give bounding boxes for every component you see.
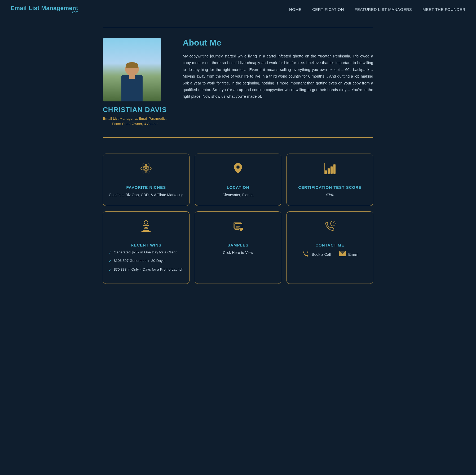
check-icon-1: ✓ (108, 250, 112, 256)
logo-text: Email List Management (11, 5, 78, 11)
svg-rect-17 (142, 231, 151, 232)
email-icon (339, 251, 346, 258)
wins-list: ✓ Generated $28k in One Day for a Client… (108, 250, 184, 273)
figure-torso (121, 75, 143, 101)
svg-text:•  •  •: • • • (332, 222, 334, 223)
nav-item-home[interactable]: HOME (289, 7, 302, 12)
chart-icon (292, 162, 368, 181)
main-content: CHRISTIAN DAVIS Email List Manager at Em… (92, 19, 384, 300)
profile-photo (103, 38, 161, 101)
logo-dot: .com (11, 11, 78, 14)
samples-icon (200, 219, 276, 239)
svg-rect-6 (328, 168, 330, 174)
location-value: Clearwater, Florida (200, 192, 276, 198)
top-divider (103, 27, 373, 27)
photo-figure (121, 62, 143, 101)
svg-point-4 (236, 165, 240, 169)
svg-rect-7 (330, 166, 333, 174)
cards-row-1: FAVORITE NICHES Coaches, Biz Opp, CBD, &… (103, 154, 373, 206)
profile-section: CHRISTIAN DAVIS Email List Manager at Em… (103, 38, 373, 127)
win-item-3: ✓ $70,338 in Only 4 Days for a Promo Lau… (108, 267, 184, 273)
figure-head (125, 62, 139, 76)
about-text: My copywriting journey started while liv… (183, 53, 373, 100)
niches-value: Coaches, Biz Opp, CBD, & Affiliate Marke… (108, 192, 184, 198)
svg-rect-5 (325, 170, 327, 174)
figure-hair (126, 62, 138, 68)
profile-title: Email List Manager at Email Paramedic,Ec… (103, 116, 167, 127)
card-samples[interactable]: SAMPLES Click Here to View (195, 211, 281, 284)
card-niches: FAVORITE NICHES Coaches, Biz Opp, CBD, &… (103, 154, 189, 206)
samples-cta[interactable]: Click Here to View (200, 250, 276, 256)
svg-point-27 (240, 228, 242, 231)
svg-point-11 (144, 221, 148, 224)
card-location: LOCATION Clearwater, Florida (195, 154, 281, 206)
profile-left: CHRISTIAN DAVIS Email List Manager at Em… (103, 38, 167, 127)
location-title: LOCATION (200, 185, 276, 190)
win-item-2: ✓ $106,597 Generated in 30 Days (108, 258, 184, 264)
nav-item-featured[interactable]: FEATURED LIST MANAGERS (355, 7, 412, 12)
logo[interactable]: Email List Management .com (11, 5, 78, 14)
bottom-divider (103, 137, 373, 138)
nav-links: HOME CERTIFICATION FEATURED LIST MANAGER… (289, 7, 465, 12)
atom-icon (108, 162, 184, 181)
phone-icon (302, 250, 310, 259)
contact-row: Book a Call Email (292, 250, 368, 259)
card-contact: • • • CONTACT ME Book a Call (287, 211, 373, 284)
niches-title: FAVORITE NICHES (108, 185, 184, 190)
profile-right: About Me My copywriting journey started … (183, 38, 373, 100)
about-heading: About Me (183, 38, 373, 48)
card-score: CERTIFICATION TEST SCORE 97% (287, 154, 373, 206)
svg-point-0 (145, 167, 147, 169)
check-icon-2: ✓ (108, 259, 112, 264)
contact-book-call[interactable]: Book a Call (302, 250, 331, 259)
check-icon-3: ✓ (108, 267, 112, 273)
nav-item-certification[interactable]: CERTIFICATION (312, 7, 344, 12)
profile-name: CHRISTIAN DAVIS (103, 106, 167, 114)
book-call-label: Book a Call (312, 252, 331, 257)
contact-title: CONTACT ME (292, 243, 368, 247)
card-wins: ★ RECENT WINS ✓ Generated $28k in One Da… (103, 211, 189, 284)
wins-title: RECENT WINS (108, 243, 184, 247)
nav-item-founder[interactable]: MEET THE FOUNDER (422, 7, 465, 12)
score-value: 97% (292, 192, 368, 198)
svg-rect-16 (143, 230, 149, 231)
location-icon (200, 162, 276, 181)
trophy-icon: ★ (108, 219, 184, 239)
navigation: Email List Management .com HOME CERTIFIC… (0, 0, 476, 19)
win-item-1: ✓ Generated $28k in One Day for a Client (108, 250, 184, 256)
cards-row-2: ★ RECENT WINS ✓ Generated $28k in One Da… (103, 211, 373, 284)
svg-rect-8 (333, 164, 336, 174)
score-title: CERTIFICATION TEST SCORE (292, 185, 368, 190)
email-label: Email (348, 252, 358, 257)
contact-email[interactable]: Email (339, 250, 358, 259)
contact-icon: • • • (292, 219, 368, 239)
samples-title: SAMPLES (200, 243, 276, 247)
